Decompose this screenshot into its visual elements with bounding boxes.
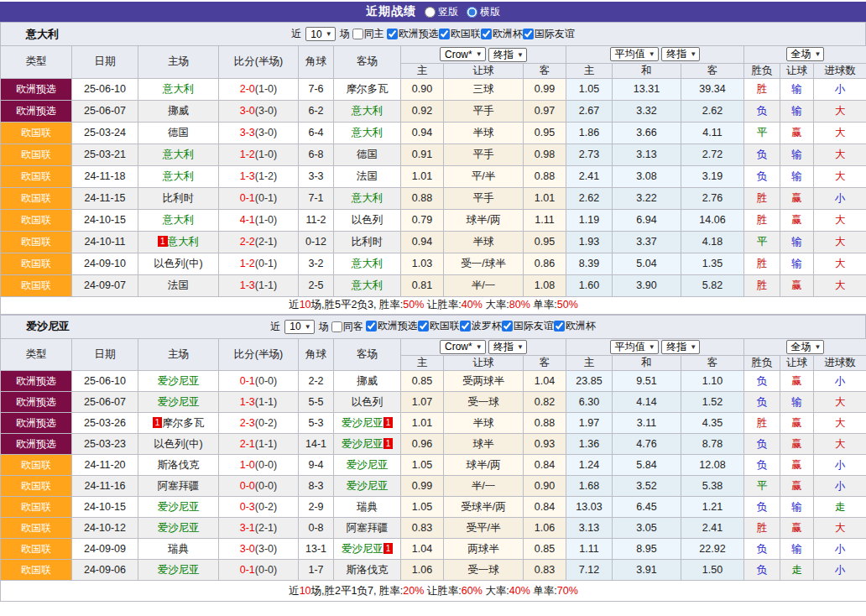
chevron-down-icon: ▼ <box>476 50 483 58</box>
horizontal-radio[interactable] <box>467 7 477 18</box>
match-scope-select[interactable]: 全场▼ <box>786 47 825 61</box>
odds-handicap: 半/一 <box>444 476 524 497</box>
league-filter-波罗杯[interactable]: 波罗杯 <box>460 319 502 333</box>
recent-count-select[interactable]: 10▼ <box>284 320 314 334</box>
competition-type: 欧洲预选 <box>1 434 72 455</box>
vertical-radio[interactable] <box>425 7 436 18</box>
layout-radio-vertical[interactable]: 竖版 <box>425 5 458 19</box>
average-select[interactable]: 平均值▼ <box>610 47 659 61</box>
odds-home: 0.96 <box>401 434 444 455</box>
odds-away: 0.88 <box>524 165 566 187</box>
league-checkbox[interactable] <box>366 321 377 331</box>
league-checkbox[interactable] <box>439 29 450 39</box>
corner-score: 7-1 <box>299 187 334 209</box>
league-filter-欧洲杯[interactable]: 欧洲杯 <box>481 27 523 41</box>
col-header-odds-away: 客 <box>524 63 566 78</box>
league-checkbox[interactable] <box>502 321 513 331</box>
fulltime-score: 1-0 <box>240 459 255 471</box>
result: 负 <box>744 165 780 187</box>
league-filter-欧洲预选[interactable]: 欧洲预选 <box>366 319 418 333</box>
away-team: 法国 <box>334 165 401 187</box>
away-team: 挪威 <box>334 371 401 392</box>
match-row: 欧国联24-09-10以色列(中)1-2(0-1)3-2意大利1.03受一/球半… <box>1 253 866 274</box>
fulltime-score: 0-3 <box>240 501 255 513</box>
match-score: 3-0(3-0) <box>219 539 299 560</box>
halftime-score: (0-0) <box>255 564 277 576</box>
goals-result: 大 <box>814 122 866 144</box>
result: 平 <box>744 122 780 144</box>
avg-home: 1.36 <box>566 434 613 455</box>
avg-home: 1.97 <box>566 413 613 434</box>
corner-score: 0-8 <box>299 518 334 539</box>
home-team: 比利时 <box>138 187 219 209</box>
halftime-score: (1-0) <box>255 83 277 95</box>
final-odds-select[interactable]: 终指▼ <box>488 48 527 62</box>
same-venue-checkbox[interactable] <box>331 321 342 332</box>
layout-radio-horizontal[interactable]: 横版 <box>467 5 500 19</box>
corner-score: 9-4 <box>299 455 334 476</box>
same-venue-filter[interactable]: 同主 <box>352 27 384 41</box>
avg-away: 8.78 <box>681 434 744 455</box>
league-checkbox[interactable] <box>554 321 565 331</box>
halftime-score: (2-1) <box>255 236 277 248</box>
league-checkbox[interactable] <box>460 321 471 331</box>
fulltime-score: 2-2 <box>240 236 255 248</box>
home-team: 以色列(中) <box>138 253 219 274</box>
competition-type: 欧国联 <box>1 187 72 209</box>
away-team: 以色列 <box>334 209 401 231</box>
team-name: 爱沙尼亚 <box>26 319 70 334</box>
match-row: 欧国联24-11-15比利时0-1(0-1)7-1意大利0.88平手1.012.… <box>1 187 866 209</box>
team-label: 以色列 <box>352 396 383 408</box>
league-filter-欧国联[interactable]: 欧国联 <box>418 319 460 333</box>
avg-home: 6.30 <box>566 392 613 413</box>
home-team: 意大利 <box>138 78 219 100</box>
odds-away: 0.84 <box>524 497 566 518</box>
corner-score: 6-4 <box>299 122 334 144</box>
team-label: 德国 <box>168 127 189 138</box>
match-scope-select[interactable]: 全场▼ <box>786 340 825 354</box>
bookmaker-select[interactable]: Crow*▼ <box>440 47 486 61</box>
odds-home: 1.01 <box>401 413 444 434</box>
match-rows: 欧洲预选25-06-10爱沙尼亚0-1(0-0)2-2挪威0.85受两球半1.0… <box>1 371 866 602</box>
league-checkbox[interactable] <box>418 321 429 331</box>
match-score: 0-0(0-0) <box>219 476 299 497</box>
league-filter-欧洲杯[interactable]: 欧洲杯 <box>554 319 596 333</box>
final-odds-select[interactable]: 终指▼ <box>488 340 527 354</box>
league-filter-欧洲预选[interactable]: 欧洲预选 <box>387 27 439 41</box>
league-filter-国际友谊[interactable]: 国际友谊 <box>523 27 575 41</box>
match-date: 25-03-24 <box>72 122 138 144</box>
goals-result: 小 <box>814 539 866 560</box>
avg-draw: 3.91 <box>613 560 681 581</box>
avg-home: 7.12 <box>566 560 613 581</box>
team-label: 爱沙尼亚 <box>158 501 200 513</box>
league-filter-国际友谊[interactable]: 国际友谊 <box>502 319 554 333</box>
halftime-score: (1-1) <box>255 438 277 450</box>
odds-away: 0.90 <box>524 476 566 497</box>
handicap-result: 赢 <box>780 434 814 455</box>
competition-type: 欧国联 <box>1 455 72 476</box>
team-name: 意大利 <box>26 27 59 42</box>
corner-score: 11-2 <box>299 209 334 231</box>
handicap-result: 赢 <box>780 476 814 497</box>
halftime-score: (0-0) <box>255 459 277 471</box>
league-checkbox[interactable] <box>387 29 398 39</box>
same-venue-checkbox[interactable] <box>352 29 363 39</box>
halftime-score: (1-1) <box>255 279 277 291</box>
odds-home: 0.83 <box>401 518 444 539</box>
same-venue-filter[interactable]: 同客 <box>331 320 363 334</box>
result: 负 <box>744 560 780 581</box>
recent-count-select[interactable]: 10▼ <box>305 27 335 41</box>
final-odds-select-2[interactable]: 终指▼ <box>661 47 700 61</box>
league-checkbox[interactable] <box>481 29 492 39</box>
avg-home: 1.68 <box>566 476 613 497</box>
team-label: 阿塞拜疆 <box>347 522 389 534</box>
final-odds-select-2[interactable]: 终指▼ <box>661 340 700 354</box>
corner-score: 2-9 <box>299 497 334 518</box>
odds-home: 1.06 <box>401 560 444 581</box>
league-checkbox[interactable] <box>523 29 534 39</box>
bookmaker-select[interactable]: Crow*▼ <box>440 340 486 354</box>
odds-handicap: 平手 <box>444 144 524 165</box>
average-select[interactable]: 平均值▼ <box>610 340 659 354</box>
league-filter-欧国联[interactable]: 欧国联 <box>439 27 481 41</box>
matches-table: 类型 日期 主场 比分(半场) 角球 客场 Crow*▼ 终指▼ 平均值▼ 终指… <box>0 338 866 603</box>
